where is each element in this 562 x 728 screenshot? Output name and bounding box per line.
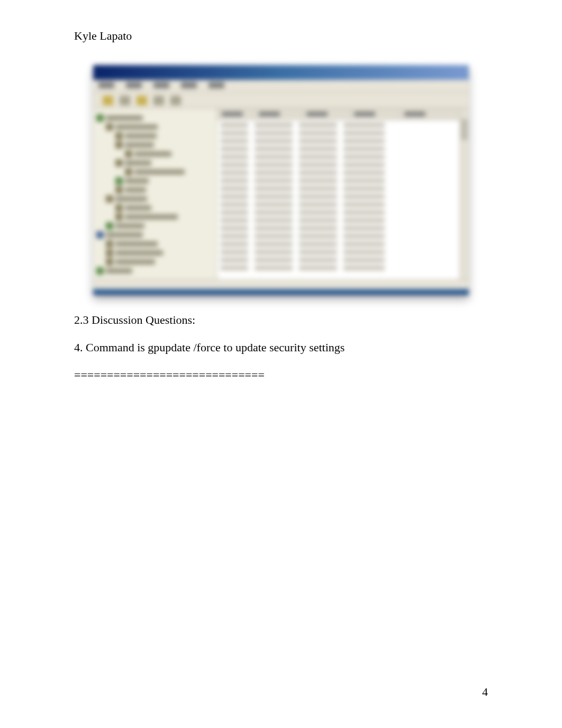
list-row (217, 201, 469, 208)
list-row (217, 241, 469, 248)
list-row (217, 185, 469, 193)
answer-text: 4. Command is gpupdate /force to update … (74, 339, 488, 357)
author-name: Kyle Lapato (74, 29, 488, 43)
list-row (217, 193, 469, 201)
list-row (217, 177, 469, 185)
list-row (217, 169, 469, 177)
list-row (217, 209, 469, 216)
list-row (217, 145, 469, 153)
window-menubar (93, 80, 469, 93)
list-row (217, 265, 469, 272)
list-row (217, 138, 469, 145)
list-header (217, 108, 469, 120)
section-divider: ============================= (74, 366, 488, 384)
list-row (217, 161, 469, 169)
list-row (217, 257, 469, 264)
toolbar-button (120, 96, 130, 105)
list-row (217, 233, 469, 240)
toolbar-button (153, 96, 164, 105)
tree-pane (93, 108, 217, 279)
embedded-screenshot (93, 65, 469, 295)
toolbar-button (170, 96, 181, 105)
window-titlebar (93, 65, 469, 80)
list-row (217, 153, 469, 161)
vertical-scrollbar (459, 108, 469, 279)
toolbar-button (103, 96, 113, 105)
list-row (217, 249, 469, 256)
list-row (217, 225, 469, 232)
page-number: 4 (482, 685, 488, 699)
list-rows (217, 120, 469, 279)
window-toolbar (93, 93, 469, 108)
section-heading: 2.3 Discussion Questions: (74, 311, 488, 329)
list-row (217, 130, 469, 137)
toolbar-button (137, 96, 147, 105)
list-row (217, 217, 469, 224)
list-pane (217, 108, 469, 279)
list-row (217, 122, 469, 129)
